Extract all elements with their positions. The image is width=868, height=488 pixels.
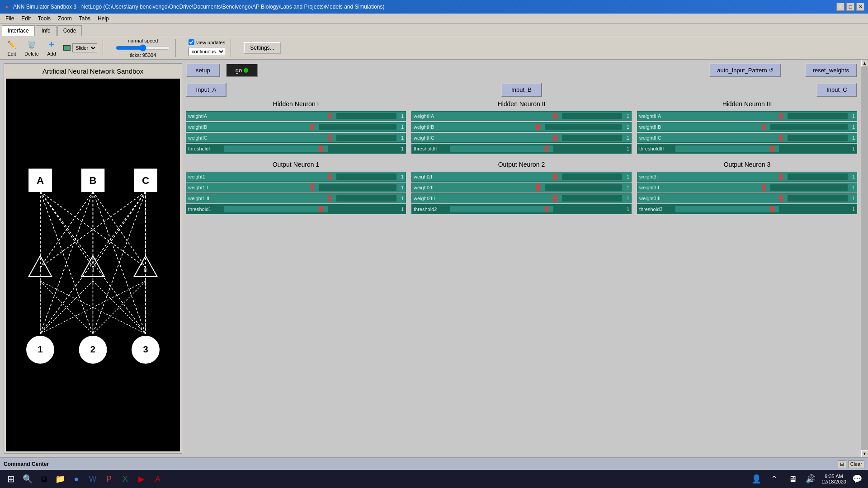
slider-thumb[interactable] xyxy=(328,113,331,119)
slider-track[interactable] xyxy=(224,145,396,152)
slider-thumb[interactable] xyxy=(779,174,783,180)
slider-row[interactable]: weightIB1 xyxy=(186,122,406,132)
auto-input-button[interactable]: auto_Input_Pattern ↺ xyxy=(709,63,781,77)
slider-thumb[interactable] xyxy=(545,145,548,152)
taskbar-word[interactable]: W xyxy=(85,472,100,486)
slider-row[interactable]: weight2II1 xyxy=(411,183,632,192)
slider-thumb[interactable] xyxy=(319,145,323,152)
slider-row[interactable]: weight3III1 xyxy=(637,193,857,203)
start-button[interactable]: ⊞ xyxy=(4,472,19,486)
input-c-button[interactable]: Input_C xyxy=(816,83,857,97)
slider-thumb[interactable] xyxy=(328,135,331,141)
speed-slider[interactable] xyxy=(116,44,170,52)
view-updates-label[interactable]: view updates xyxy=(189,39,225,45)
menu-zoom[interactable]: Zoom xyxy=(54,14,75,23)
edit-button[interactable]: ✏️ Edit xyxy=(4,39,20,56)
slider-row[interactable]: threshold31 xyxy=(637,204,857,214)
slider-track[interactable] xyxy=(450,195,622,202)
slider-row[interactable]: weightIIB1 xyxy=(411,122,632,132)
slider-thumb[interactable] xyxy=(328,195,331,202)
element-type-selector[interactable]: Slider xyxy=(63,43,97,52)
taskbar-notification[interactable]: 💬 xyxy=(850,472,864,486)
go-button[interactable]: go xyxy=(226,63,258,77)
slider-thumb[interactable] xyxy=(762,124,765,130)
slider-thumb[interactable] xyxy=(536,184,540,191)
slider-thumb[interactable] xyxy=(311,184,314,191)
slider-row[interactable]: threshold11 xyxy=(186,204,406,214)
add-button[interactable]: + Add xyxy=(43,39,60,56)
slider-row[interactable]: thresholdII1 xyxy=(411,144,632,154)
slider-track[interactable] xyxy=(450,135,622,141)
slider-thumb[interactable] xyxy=(536,124,540,130)
slider-thumb[interactable] xyxy=(779,113,783,119)
slider-row[interactable]: weightIIC1 xyxy=(411,133,632,143)
slider-track[interactable] xyxy=(450,184,622,191)
delete-button[interactable]: 🗑️ Delete xyxy=(24,39,40,56)
slider-track[interactable] xyxy=(450,113,622,119)
taskbar-explorer[interactable]: 📁 xyxy=(53,472,67,486)
command-expand-button[interactable]: ⊞ xyxy=(838,460,846,468)
taskbar-task-view[interactable]: ⧉ xyxy=(37,472,51,486)
slider-thumb[interactable] xyxy=(770,206,774,212)
scroll-track[interactable] xyxy=(861,67,868,450)
taskbar-media[interactable]: ▶ xyxy=(134,472,149,486)
slider-track[interactable] xyxy=(675,174,848,180)
slider-thumb[interactable] xyxy=(319,206,323,212)
slider-row[interactable]: thresholdI1 xyxy=(186,144,406,154)
menu-edit[interactable]: Edit xyxy=(18,14,34,23)
slider-thumb[interactable] xyxy=(328,174,331,180)
slider-track[interactable] xyxy=(675,135,848,141)
slider-thumb[interactable] xyxy=(553,195,557,202)
slider-thumb[interactable] xyxy=(553,113,557,119)
slider-thumb[interactable] xyxy=(545,206,548,212)
update-mode-select[interactable]: continuous xyxy=(189,47,225,56)
slider-thumb[interactable] xyxy=(779,195,783,202)
taskbar-acrobat[interactable]: A xyxy=(151,472,165,486)
scroll-down-arrow[interactable]: ▼ xyxy=(861,450,868,457)
taskbar-sound[interactable]: 🔊 xyxy=(803,472,818,486)
menu-file[interactable]: File xyxy=(2,14,18,23)
view-updates-checkbox[interactable] xyxy=(189,39,194,45)
input-a-button[interactable]: Input_A xyxy=(186,83,226,97)
slider-track[interactable] xyxy=(675,145,848,152)
slider-row[interactable]: weightIA1 xyxy=(186,111,406,121)
tab-interface[interactable]: Interface xyxy=(2,25,35,36)
slider-thumb[interactable] xyxy=(770,145,774,152)
slider-track[interactable] xyxy=(224,124,396,130)
scroll-up-arrow[interactable]: ▲ xyxy=(861,60,868,67)
slider-row[interactable]: threshold21 xyxy=(411,204,632,214)
taskbar-chevron[interactable]: ⌃ xyxy=(767,472,782,486)
type-dropdown[interactable]: Slider xyxy=(72,43,97,52)
slider-track[interactable] xyxy=(224,195,396,202)
slider-track[interactable] xyxy=(224,184,396,191)
slider-thumb[interactable] xyxy=(779,135,783,141)
slider-track[interactable] xyxy=(450,145,622,152)
menu-help[interactable]: Help xyxy=(94,14,113,23)
taskbar-network[interactable]: 🖥 xyxy=(785,472,800,486)
taskbar-people[interactable]: 👤 xyxy=(749,472,764,486)
taskbar-powerpoint[interactable]: P xyxy=(102,472,116,486)
slider-track[interactable] xyxy=(224,113,396,119)
tab-info[interactable]: Info xyxy=(36,25,57,36)
slider-track[interactable] xyxy=(675,184,848,191)
input-b-button[interactable]: Input_B xyxy=(501,83,542,97)
slider-row[interactable]: weight3I1 xyxy=(637,172,857,182)
slider-row[interactable]: weightIIIA1 xyxy=(637,111,857,121)
slider-thumb[interactable] xyxy=(553,135,557,141)
minimize-button[interactable]: ─ xyxy=(836,3,844,11)
maximize-button[interactable]: □ xyxy=(846,3,854,11)
slider-row[interactable]: weight1II1 xyxy=(186,183,406,192)
slider-thumb[interactable] xyxy=(762,184,765,191)
command-clear-button[interactable]: Clear xyxy=(848,460,864,468)
menu-tools[interactable]: Tools xyxy=(34,14,54,23)
menu-tabs[interactable]: Tabs xyxy=(75,14,94,23)
slider-row[interactable]: weight2I1 xyxy=(411,172,632,182)
tab-code[interactable]: Code xyxy=(57,25,82,36)
slider-row[interactable]: weightIIIC1 xyxy=(637,133,857,143)
slider-track[interactable] xyxy=(675,195,848,202)
slider-track[interactable] xyxy=(224,206,396,212)
slider-track[interactable] xyxy=(450,124,622,130)
slider-track[interactable] xyxy=(224,135,396,141)
slider-row[interactable]: weight1III1 xyxy=(186,193,406,203)
slider-row[interactable]: weight2III1 xyxy=(411,193,632,203)
